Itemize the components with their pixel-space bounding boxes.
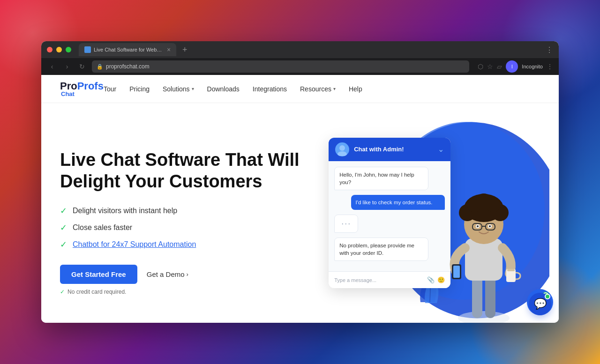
back-button[interactable]: ‹ [47,61,57,72]
svg-point-3 [339,145,345,151]
hero-left: Live Chat Software That Will Delight You… [60,149,324,295]
no-credit-card: ✓ No credit card required. [60,289,324,295]
chat-bubble-admin-1: Hello, I'm John, how may I help you? [334,167,428,190]
nav-links: Tour Pricing Solutions ▾ Downloads Integ… [104,85,362,93]
check-icon-3: ✓ [60,239,67,250]
hero-cta: Get Started Free Get a Demo › [60,265,324,284]
attachment-icon[interactable]: 📎 [427,276,435,283]
floating-chat-icon: 💬 [534,298,547,310]
browser-toolbar: ⬡ ☆ ▱ I Incognito ⋮ [478,60,553,73]
chat-messages: Hello, I'm John, how may I help you? I'd… [329,161,450,271]
chat-window: Chat with Admin! ⌄ Hello, I'm John, how … [329,138,450,288]
lock-icon: 🔒 [97,64,103,70]
chat-header-chevron[interactable]: ⌄ [438,145,444,154]
reload-button[interactable]: ↻ [77,61,87,72]
browser-titlebar: Live Chat Software for Websi... × + ⋮ [41,41,559,58]
chat-input-placeholder[interactable]: Type a message... [334,277,423,283]
chat-message-1: Hello, I'm John, how may I help you? [334,167,445,190]
nav-help[interactable]: Help [349,85,362,93]
chat-bubble-user-1: I'd like to check my order status. [351,195,445,210]
solutions-dropdown-icon: ▾ [192,86,194,91]
svg-point-5 [458,311,510,323]
forward-button[interactable]: › [62,61,72,72]
chat-header: Chat with Admin! ⌄ [329,138,450,161]
traffic-light-minimize[interactable] [56,47,62,52]
feature-item-3: ✓ Chatbot for 24x7 Support Automation [60,239,324,250]
tab-favicon [84,46,91,53]
feature-text-1: Delight visitors with instant help [73,207,177,215]
traffic-light-fullscreen[interactable] [66,47,71,52]
address-bar[interactable]: 🔒 proprofschat.com [92,60,469,73]
svg-point-17 [475,193,492,210]
website-content: ProProfs Chat Tour Pricing Solutions ▾ D… [41,75,559,323]
get-demo-button[interactable]: Get a Demo › [147,270,188,278]
nav-integrations[interactable]: Integrations [253,85,287,93]
incognito-label: Incognito [522,64,543,69]
floating-chat-button[interactable]: 💬 [529,293,551,315]
get-started-button[interactable]: Get Started Free [60,265,137,284]
browser-addressbar: ‹ › ↻ 🔒 proprofschat.com ⬡ ☆ ▱ I Incogni… [41,58,559,75]
window-icon[interactable]: ▱ [497,63,502,70]
no-credit-check-icon: ✓ [60,289,65,295]
hero-title: Live Chat Software That Will Delight You… [60,149,324,192]
demo-label: Get a Demo [147,270,185,278]
traffic-light-close[interactable] [47,47,52,52]
chat-input-bar: Type a message... 📎 🙂 [329,271,450,288]
nav-pricing[interactable]: Pricing [129,85,150,93]
svg-rect-6 [472,276,482,318]
tab-close-button[interactable]: × [167,46,171,53]
hero-section: Live Chat Software That Will Delight You… [41,103,559,323]
logo[interactable]: ProProfs Chat [60,80,104,97]
chat-message-3: ··· [334,215,445,233]
profile-button[interactable]: I [506,60,518,73]
url-text: proprofschat.com [106,63,150,70]
nav-downloads[interactable]: Downloads [207,85,240,93]
check-icon-2: ✓ [60,223,67,233]
feature-item-2: ✓ Close sales faster [60,223,324,233]
chat-message-2: I'd like to check my order status. [334,195,445,210]
nav-resources[interactable]: Resources ▾ [300,85,336,93]
floating-chat-online-dot [545,294,550,299]
chat-bubble-admin-2: No problem, please provide me with your … [334,238,428,261]
svg-rect-26 [507,269,515,271]
svg-rect-8 [465,238,502,281]
tab-title: Live Chat Software for Websi... [94,47,164,52]
logo-chat: Chat [61,90,75,97]
chat-message-4: No problem, please provide me with your … [334,238,445,261]
browser-tab-active[interactable]: Live Chat Software for Websi... × [79,43,176,56]
chat-header-title: Chat with Admin! [354,146,433,153]
svg-point-24 [489,225,491,227]
logo-profs: Profs [77,80,104,92]
more-icon[interactable]: ⋮ [547,63,553,70]
chat-typing-indicator: ··· [334,215,358,233]
browser-menu-icon[interactable]: ⋮ [546,45,553,54]
feature-link-chatbot[interactable]: Chatbot for 24x7 Support Automation [73,240,196,249]
chat-avatar [335,142,349,156]
bookmark-icon[interactable]: ☆ [487,63,493,70]
new-tab-button[interactable]: + [178,43,191,56]
svg-rect-7 [485,276,495,318]
svg-rect-10 [453,266,460,278]
nav-solutions[interactable]: Solutions ▾ [163,85,194,93]
no-credit-text: No credit card required. [68,289,126,295]
cast-icon[interactable]: ⬡ [478,63,483,70]
browser-window: Live Chat Software for Websi... × + ⋮ ‹ … [41,41,559,323]
demo-arrow-icon: › [187,271,188,278]
hero-features-list: ✓ Delight visitors with instant help ✓ C… [60,206,324,250]
feature-item-1: ✓ Delight visitors with instant help [60,206,324,216]
nav-tour[interactable]: Tour [104,85,116,93]
browser-tab-area: Live Chat Software for Websi... × + [79,43,542,56]
check-icon-1: ✓ [60,206,67,216]
feature-text-2: Close sales faster [73,223,132,232]
svg-point-23 [477,225,479,227]
person-illustration [437,173,531,323]
svg-point-4 [338,151,347,156]
site-nav: ProProfs Chat Tour Pricing Solutions ▾ D… [41,75,559,103]
resources-dropdown-icon: ▾ [333,86,336,91]
hero-right: Chat with Admin! ⌄ Hello, I'm John, how … [324,122,540,323]
